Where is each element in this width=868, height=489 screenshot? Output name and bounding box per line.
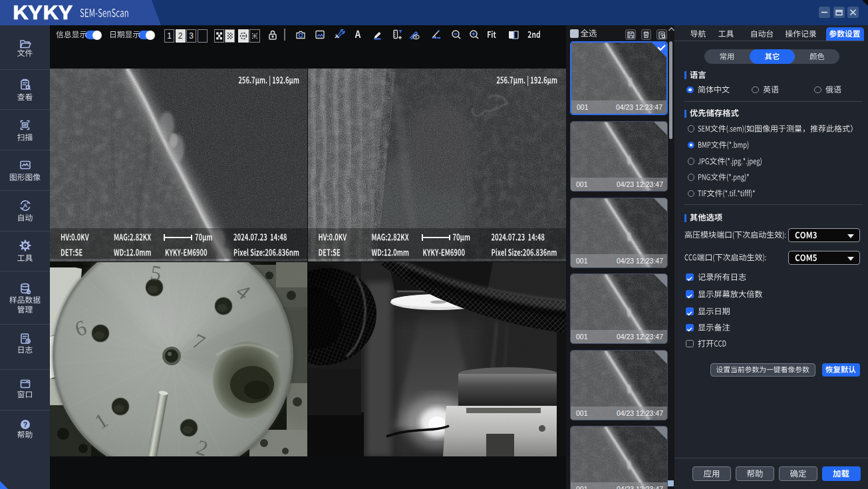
svg-text:A: A	[23, 202, 27, 209]
svg-text:?: ?	[23, 420, 27, 428]
